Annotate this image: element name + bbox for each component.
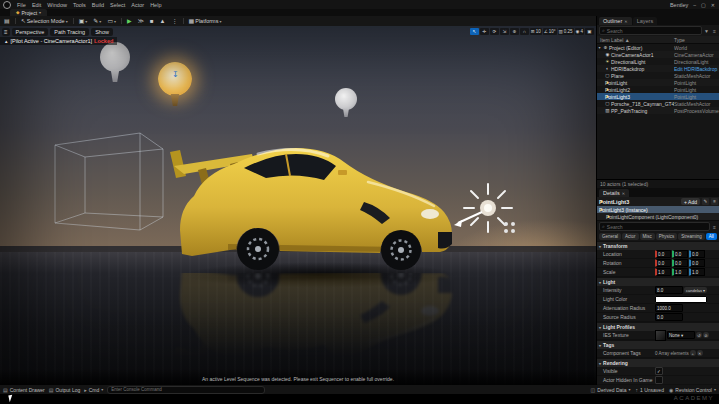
outliner-row-directionallight[interactable]: ☀DirectionalLightDirectionalLight <box>597 58 719 65</box>
grid-snapping-button[interactable]: ⊞10 <box>530 28 542 35</box>
add-actor-dropdown[interactable]: ▣▾ <box>77 17 90 25</box>
close-icon[interactable]: ✕ <box>622 191 625 196</box>
outliner-row-pointlight2[interactable]: ●PointLight2PointLight <box>597 86 719 93</box>
tab-layers[interactable]: Layers <box>633 17 658 25</box>
stop-button[interactable]: ■ <box>148 17 156 25</box>
content-drawer-button[interactable]: ▤Content Drawer <box>3 387 45 393</box>
expander-icon[interactable]: ▾ <box>597 45 602 50</box>
component-child-row[interactable]: ● PointLightComponent (LightComponent0) <box>597 213 719 221</box>
vector-field[interactable]: 0.0 <box>655 250 671 258</box>
menu-build[interactable]: Build <box>89 2 107 8</box>
menu-edit[interactable]: Edit <box>29 2 44 8</box>
rotate-tool-button[interactable]: ⟳ <box>490 28 499 35</box>
add-component-button[interactable]: + Add <box>681 198 700 205</box>
checkbox[interactable]: ✓ <box>655 367 663 375</box>
outliner-row-hdribackdrop[interactable]: ◐HDRIBackdropEdit HDRIBackdrop <box>597 65 719 72</box>
vector-field[interactable]: 0.0 <box>689 259 705 267</box>
vector-field[interactable]: 0.0 <box>672 259 688 267</box>
select-tool-button[interactable]: ↖ <box>470 28 479 35</box>
outliner-row-cinecameraactor1[interactable]: ◉CineCameraActor1CineCameraActor <box>597 51 719 58</box>
derived-data-button[interactable]: ◫Derived Data▾ <box>591 387 631 393</box>
eject-pilot-icon[interactable]: ▲ <box>4 39 8 44</box>
console-command-input[interactable] <box>107 386 265 394</box>
outliner-row-porsche-718-cayman-gt4-m22[interactable]: ▢Porsche_718_Cayman_GT4_M22StaticMeshAct… <box>597 100 719 107</box>
menu-tools[interactable]: Tools <box>70 2 89 8</box>
section-header-rendering[interactable]: ▾Rendering <box>597 358 719 367</box>
minimize-button[interactable]: – <box>693 2 696 8</box>
category-pill-streaming[interactable]: Streaming <box>678 233 705 240</box>
vector-field[interactable]: 0.0 <box>689 250 705 258</box>
vector-field[interactable]: 1.0 <box>689 268 705 276</box>
perspective-dropdown[interactable]: Perspective <box>12 28 49 36</box>
menu-help[interactable]: Help <box>147 2 164 8</box>
vector-field[interactable]: 1.0 <box>655 268 671 276</box>
surface-snapping-button[interactable]: ∩ <box>520 28 529 35</box>
close-icon[interactable]: ✕ <box>624 19 627 24</box>
vector-field[interactable]: 1.0 <box>672 268 688 276</box>
use-selected-icon[interactable]: ↺ <box>696 332 702 338</box>
unreal-engine-logo-icon[interactable] <box>3 1 11 9</box>
save-button[interactable]: ▤ <box>2 17 12 25</box>
tab-outliner[interactable]: Outliner ✕ <box>599 17 632 25</box>
selection-mode-dropdown[interactable]: ↖Selection Mode▾ <box>19 17 70 25</box>
outliner-search-input[interactable]: ⌕ Search <box>599 26 702 35</box>
vector-field[interactable]: 0.0 <box>655 259 671 267</box>
asset-dropdown[interactable]: None ▾ <box>667 331 695 339</box>
cinematics-dropdown[interactable]: ▭▾ <box>105 17 118 25</box>
details-search-input[interactable]: ⌕ Search <box>599 222 710 231</box>
add-element-icon[interactable]: + <box>690 350 696 356</box>
play-button[interactable]: ▶ <box>125 17 134 25</box>
value-field[interactable]: 8.0 <box>655 286 683 294</box>
scale-snapping-button[interactable]: ▥0.25 <box>558 28 574 35</box>
vector-field[interactable]: 0.0 <box>672 250 688 258</box>
filter-icon[interactable]: ▼ <box>703 27 710 34</box>
category-pill-physics[interactable]: Physics <box>656 233 678 240</box>
menu-actor[interactable]: Actor <box>128 2 147 8</box>
move-tool-button[interactable]: ✛ <box>480 28 489 35</box>
play-options-button[interactable]: ⋮ <box>170 17 180 25</box>
menu-window[interactable]: Window <box>44 2 70 8</box>
view-mode-dropdown[interactable]: Path Tracing <box>50 28 89 36</box>
column-item-label[interactable]: Item Label ▲ <box>597 37 674 43</box>
unsaved-button[interactable]: ↑1 Unsaved <box>636 387 664 393</box>
platforms-dropdown[interactable]: ▦Platforms▾ <box>187 17 224 25</box>
show-dropdown[interactable]: Show <box>91 28 113 36</box>
menu-select[interactable]: Select <box>107 2 128 8</box>
maximize-button[interactable]: ▢ <box>701 2 706 8</box>
component-root-row[interactable]: ● PointLight3 (Instance) <box>597 206 719 213</box>
level-tab[interactable]: ◆ Project ▾ <box>10 9 47 16</box>
level-viewport[interactable]: ↧ <box>0 26 596 385</box>
rotation-snapping-button[interactable]: ∠10° <box>543 28 557 35</box>
delete-icon[interactable]: ✕ <box>697 350 703 356</box>
asset-thumbnail[interactable] <box>655 330 666 341</box>
category-pill-general[interactable]: General <box>599 233 621 240</box>
coordinate-space-toggle-button[interactable]: ⊕ <box>510 28 519 35</box>
point-light-bulb-sprite[interactable] <box>100 42 130 82</box>
item-type-link[interactable]: Edit HDRIBackdrop <box>674 66 719 72</box>
close-button[interactable]: ✕ <box>711 2 715 8</box>
value-field[interactable]: 1000.0 <box>655 304 683 312</box>
blueprints-dropdown[interactable]: ✎▾ <box>91 17 103 25</box>
section-header-tags[interactable]: ▾Tags <box>597 340 719 349</box>
section-header-light[interactable]: ▾Light <box>597 277 719 286</box>
outliner-row-pointlight[interactable]: ●PointLightPointLight <box>597 79 719 86</box>
section-header-transform[interactable]: ▾Transform <box>597 241 719 250</box>
point-light-bulb-sprite-glowing[interactable]: ↧ <box>158 62 192 106</box>
outliner-row-pp-pathtracing[interactable]: ▥PP_PathTracingPostProcessVolume <box>597 107 719 114</box>
details-settings-icon[interactable]: ≡ <box>711 223 718 230</box>
category-pill-misc[interactable]: Misc <box>640 233 655 240</box>
checkbox[interactable] <box>655 376 663 384</box>
revision-control-button[interactable]: ◉Revision Control▾ <box>669 387 716 393</box>
cmd-dropdown[interactable]: ▸Cmd▾ <box>84 387 103 393</box>
outliner-row-plane[interactable]: ▢PlaneStaticMeshActor <box>597 72 719 79</box>
point-light-bulb-sprite[interactable] <box>335 88 357 117</box>
outliner-row-project-editor[interactable]: ▾⊕Project (Editor)World <box>597 44 719 51</box>
skip-button[interactable]: ≫ <box>136 17 146 25</box>
eject-button[interactable]: ▲ <box>158 17 168 25</box>
camera-speed-button[interactable]: ◉4 <box>575 28 584 35</box>
unit-dropdown[interactable]: candelas ▾ <box>684 287 707 293</box>
edit-blueprint-icon[interactable]: ✎ <box>702 198 709 205</box>
color-swatch[interactable] <box>655 296 707 303</box>
outliner-row-pointlight3[interactable]: ●PointLight3PointLight <box>597 93 719 100</box>
tab-details[interactable]: Details ✕ <box>599 189 629 197</box>
